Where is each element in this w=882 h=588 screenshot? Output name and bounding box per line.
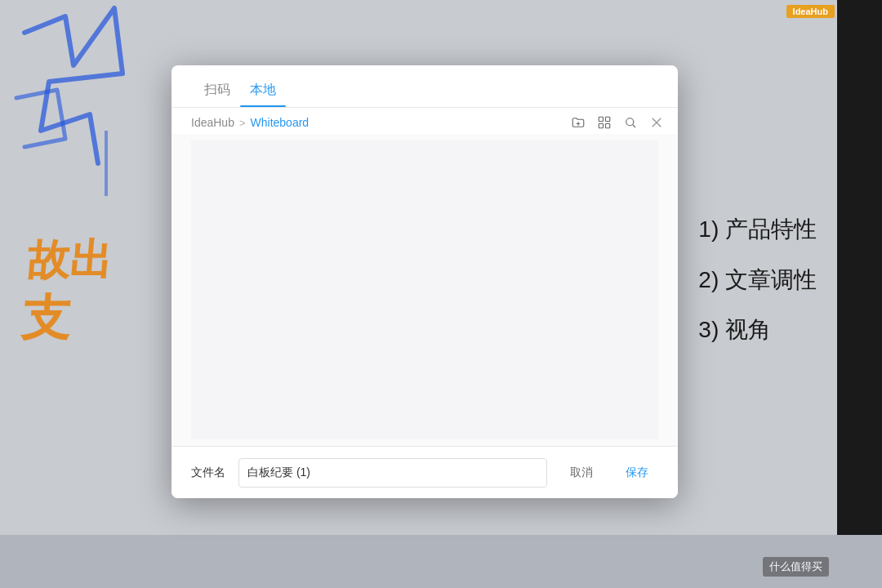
watermark-label: 什么值得买 (763, 557, 829, 577)
search-icon-svg (623, 115, 638, 130)
filename-input[interactable] (238, 458, 547, 488)
svg-rect-6 (606, 124, 610, 128)
svg-rect-5 (599, 124, 603, 128)
svg-rect-3 (599, 117, 603, 121)
dialog-footer: 文件名 取消 保存 (172, 446, 678, 498)
grid-icon-svg (597, 115, 612, 130)
cancel-button[interactable]: 取消 (560, 461, 603, 485)
dialog-toolbar (570, 108, 665, 137)
bottom-edge (0, 535, 882, 588)
breadcrumb-separator: > (239, 117, 246, 129)
breadcrumb-current[interactable]: Whiteboard (251, 116, 310, 129)
filename-label: 文件名 (191, 466, 225, 480)
search-icon[interactable] (622, 114, 639, 131)
svg-point-7 (626, 118, 634, 126)
folder-icon-svg (571, 115, 586, 130)
background-drawing-left (0, 0, 172, 212)
file-list-empty (191, 140, 658, 439)
save-button[interactable]: 保存 (616, 461, 658, 485)
dialog-content (172, 134, 678, 446)
svg-rect-4 (606, 117, 610, 121)
monitor-right-bezel (837, 0, 882, 588)
brand-label: IdeaHub (786, 5, 835, 18)
save-dialog: 扫码 本地 IdeaHub > Whiteboard (172, 65, 678, 498)
background-notes-right: 1) 产品特性 2) 文章调性 3) 视角 (698, 204, 817, 355)
dialog-tabs: 扫码 本地 (172, 65, 678, 108)
breadcrumb-root[interactable]: IdeaHub (191, 116, 234, 129)
new-folder-icon[interactable] (570, 114, 586, 131)
close-button[interactable] (648, 114, 665, 131)
close-icon-svg (649, 115, 664, 130)
grid-view-icon[interactable] (596, 114, 612, 131)
tab-scan[interactable]: 扫码 (194, 82, 240, 107)
tab-local[interactable]: 本地 (240, 82, 286, 107)
background-orange-text: 故出 支 (20, 237, 114, 345)
svg-line-8 (633, 125, 635, 127)
